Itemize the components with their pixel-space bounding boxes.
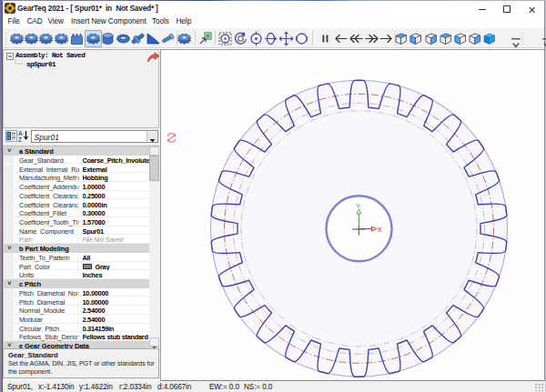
svg-text:Z: Z xyxy=(18,136,22,143)
svg-text:X: X xyxy=(378,226,382,234)
svg-text:Y: Y xyxy=(356,202,360,210)
